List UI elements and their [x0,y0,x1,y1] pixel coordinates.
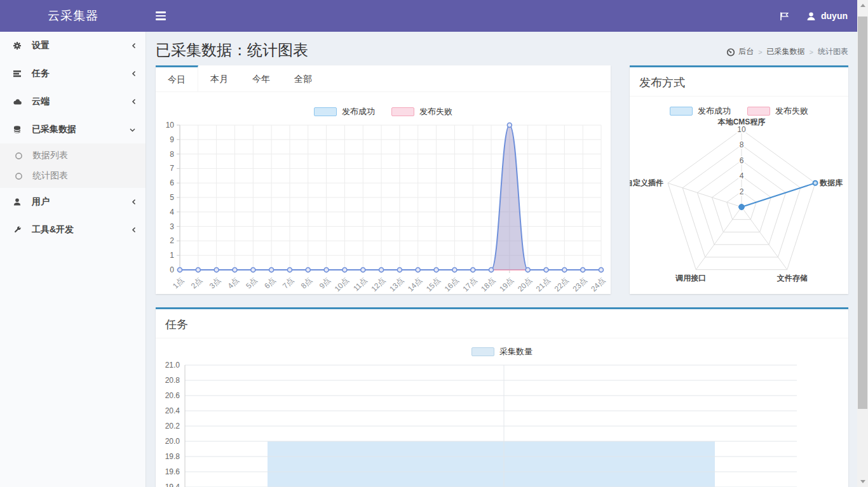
sidebar-item-label: 数据列表 [27,150,68,161]
breadcrumb-separator: > [758,48,762,56]
chevron-left-icon [128,197,137,206]
svg-text:21.0: 21.0 [165,361,180,370]
svg-text:11点: 11点 [351,276,369,293]
user-icon [806,11,816,21]
page: 云采集器 duyun [0,0,868,487]
svg-text:数据库: 数据库 [819,178,843,187]
svg-text:22点: 22点 [553,276,571,293]
svg-text:8: 8 [740,140,744,149]
legend-item-publish-success[interactable]: 发布成功 [314,106,375,117]
svg-text:8: 8 [170,150,174,159]
svg-text:自定义插件: 自定义插件 [630,178,663,187]
chevron-left-icon [128,69,137,78]
bar-chart: 21.020.820.620.420.220.019.819.619.419.2… [156,360,848,487]
sidebar-submenu-collected-data: 数据列表 统计图表 [0,143,146,188]
radar-chart-legend: 发布成功 发布失败 [630,105,848,117]
breadcrumb-home[interactable]: 后台 [726,46,754,57]
flag-menu-button[interactable] [779,11,790,21]
svg-text:6: 6 [740,156,744,165]
sidebar-item-label: 已采集数据 [27,124,128,135]
svg-text:1: 1 [170,251,174,260]
sidebar-item-label: 云端 [27,96,128,107]
main-content: 已采集数据：统计图表 后台 > 已采集数据 > 统计图表 [146,32,868,487]
svg-text:20点: 20点 [516,276,534,293]
svg-text:12点: 12点 [369,276,387,293]
tab-all[interactable]: 全部 [282,65,324,91]
legend-label: 采集数量 [499,346,532,357]
chevron-down-icon [128,126,137,134]
tab-this-month[interactable]: 本月 [198,65,240,91]
legend-swatch-fail [747,107,770,116]
scrollbar-down-button[interactable] [857,476,868,487]
gear-icon [13,41,27,50]
cloud-icon [13,97,27,106]
triangle-down-icon [860,480,865,483]
tasks-icon [13,69,27,78]
top-header: 云采集器 duyun [0,0,868,32]
scrollbar-up-button[interactable] [857,0,868,11]
breadcrumb-collected-data[interactable]: 已采集数据 [767,46,805,57]
scrollbar-thumb[interactable] [858,17,867,409]
top-row: 今日 本月 今年 全部 发布成功 发布失败 0123456789101点2点3点… [156,65,848,294]
svg-text:9: 9 [170,135,174,144]
publish-method-panel: 发布方式 发布成功 发布失败 246810本地CMS程序数据库文件存储调用接口自… [630,65,848,294]
user-icon [13,197,27,206]
legend-item-publish-fail[interactable]: 发布失败 [747,105,808,117]
content-header: 已采集数据：统计图表 后台 > 已采集数据 > 统计图表 [156,41,848,65]
sidebar-item-tools-dev[interactable]: 工具&开发 [0,216,146,244]
legend-label: 发布失败 [775,105,808,117]
legend-swatch-success [314,107,337,116]
legend-swatch-collect [471,347,494,356]
bar-chart-legend: 采集数量 [156,346,848,357]
tab-this-year[interactable]: 今年 [240,65,282,91]
sidebar-item-collected-data[interactable]: 已采集数据 [0,116,146,143]
svg-text:8点: 8点 [299,276,314,290]
legend-item-publish-success[interactable]: 发布成功 [670,105,731,117]
svg-text:本地CMS程序: 本地CMS程序 [717,118,766,126]
svg-text:18点: 18点 [479,276,497,293]
dashboard-icon [726,48,735,57]
svg-text:6: 6 [170,178,174,187]
sidebar-item-tasks[interactable]: 任务 [0,60,146,88]
svg-text:调用接口: 调用接口 [675,274,706,283]
svg-text:6点: 6点 [262,276,277,290]
svg-text:2点: 2点 [189,276,204,290]
database-icon [13,125,27,134]
sidebar-item-data-list[interactable]: 数据列表 [0,145,146,166]
chevron-left-icon [128,225,137,234]
svg-text:23点: 23点 [571,276,588,293]
panel-title: 任务 [156,309,848,338]
app-logo[interactable]: 云采集器 [0,0,146,32]
breadcrumb-current: 统计图表 [818,46,848,57]
sidebar-item-statistics-chart[interactable]: 统计图表 [0,166,146,186]
sidebar-item-users[interactable]: 用户 [0,188,146,216]
legend-item-publish-fail[interactable]: 发布失败 [391,106,452,117]
legend-item-collect-count[interactable]: 采集数量 [471,346,532,357]
svg-text:13点: 13点 [388,276,405,293]
flag-icon [779,11,790,21]
svg-text:4点: 4点 [226,276,240,290]
svg-text:14点: 14点 [406,276,424,293]
svg-text:20.8: 20.8 [165,376,180,385]
sidebar-item-settings[interactable]: 设置 [0,32,146,60]
svg-text:20.6: 20.6 [165,391,180,400]
sidebar-toggle-button[interactable] [146,0,175,32]
svg-text:10: 10 [737,125,746,134]
user-menu[interactable]: duyun [806,11,848,21]
hamburger-icon [156,11,166,13]
wrench-icon [13,225,27,234]
svg-text:7点: 7点 [281,276,295,290]
sidebar-item-cloud[interactable]: 云端 [0,88,146,116]
radar-chart: 246810本地CMS程序数据库文件存储调用接口自定义插件 [630,118,848,290]
svg-text:20.0: 20.0 [165,437,180,446]
chevron-left-icon [128,97,137,106]
line-chart-legend: 发布成功 发布失败 [156,106,611,117]
legend-label: 发布失败 [419,106,452,117]
svg-text:4: 4 [170,208,174,217]
svg-text:19.6: 19.6 [165,467,180,476]
circle-icon [15,152,27,160]
legend-label: 发布成功 [698,105,731,117]
tab-today[interactable]: 今日 [156,65,198,91]
svg-text:16点: 16点 [443,276,461,293]
sidebar-item-label: 用户 [27,196,128,208]
